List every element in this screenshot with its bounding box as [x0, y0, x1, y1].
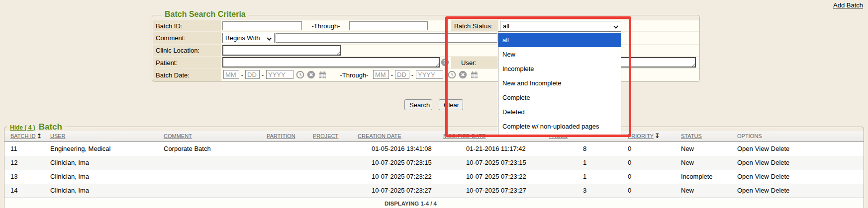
dropdown-option-complete-non-uploaded[interactable]: Complete w/ non-uploaded pages	[498, 119, 621, 134]
clinic-location-label: Clinic Location:	[153, 45, 221, 56]
cell-project	[312, 170, 357, 184]
cell-comment	[163, 156, 266, 170]
resize-grip-icon[interactable]	[335, 50, 340, 55]
cell-priority: 0	[627, 142, 680, 156]
column-header-creation-date[interactable]: CREATION DATE	[357, 131, 442, 141]
cell-status: New	[680, 184, 736, 198]
column-header-user[interactable]: USER	[49, 131, 163, 141]
view-batch-link[interactable]: View	[755, 159, 769, 166]
comment-operator-value: Begins With	[225, 34, 260, 42]
cell-partition	[266, 142, 312, 156]
batch-date-from-dd[interactable]	[245, 70, 260, 79]
column-header-priority[interactable]: PRIORITY↧	[627, 131, 680, 141]
cell-batch-id: 11	[4, 142, 49, 156]
date-dash: -	[410, 69, 414, 81]
cell-priority: 0	[627, 170, 680, 184]
clock-icon[interactable]	[296, 70, 304, 79]
column-header-comment[interactable]: COMMENT	[163, 131, 266, 141]
patient-input[interactable]	[224, 59, 434, 66]
cell-priority: 0	[627, 156, 680, 170]
clinic-location-box	[222, 45, 341, 56]
row-batch-id: Batch ID: -Through- Batch Status: all	[153, 20, 699, 31]
clear-button[interactable]: Clear	[439, 99, 463, 110]
batch-date-from-mm[interactable]	[223, 70, 239, 79]
column-header-status[interactable]: STATUS	[680, 131, 736, 141]
cell-partition	[266, 184, 312, 198]
batch-date-to-yyyy[interactable]	[416, 70, 443, 79]
delete-batch-link[interactable]: Delete	[771, 173, 790, 180]
cell-batch-id: 13	[4, 170, 49, 184]
batch-date-to-mm[interactable]	[373, 70, 389, 79]
batch-date-label: Batch Date:	[153, 69, 221, 81]
sort-desc-icon: ↧	[655, 133, 660, 139]
dropdown-option-complete[interactable]: Complete	[498, 90, 621, 105]
cell-pages: 3	[548, 184, 627, 198]
comment-input[interactable]	[276, 33, 497, 43]
cell-status: New	[680, 156, 736, 170]
batch-results-fieldset: Hide ( 4 ) Batch BATCH ID↥ USER COMMENT …	[4, 127, 864, 208]
calendar-icon[interactable]	[470, 70, 479, 79]
view-batch-link[interactable]: View	[755, 145, 769, 152]
cell-comment	[163, 184, 266, 198]
open-batch-link[interactable]: Open	[737, 145, 753, 152]
clock-icon[interactable]	[448, 70, 456, 79]
patient-box	[222, 57, 440, 68]
cell-batch-id: 12	[4, 156, 49, 170]
help-icon[interactable]: ?	[441, 58, 449, 67]
delete-batch-link[interactable]: Delete	[771, 145, 790, 152]
delete-batch-link[interactable]: Delete	[771, 159, 790, 166]
open-batch-link[interactable]: Open	[737, 187, 753, 194]
batch-search-fieldset: Batch Search Criteria Batch ID: -Through…	[152, 15, 700, 82]
cell-comment: Corporate Batch	[163, 142, 266, 156]
comment-label: Comment:	[153, 32, 221, 44]
resize-grip-icon[interactable]	[690, 62, 695, 67]
cell-pages: 8	[548, 142, 627, 156]
batch-status-select[interactable]: all	[500, 21, 621, 31]
date-dash: -	[261, 69, 265, 81]
clear-date-icon[interactable]	[459, 70, 467, 79]
cell-options: OpenViewDelete	[736, 170, 864, 184]
dropdown-option-new-and-incomplete[interactable]: New and Incomplete	[498, 76, 621, 90]
add-batch-link[interactable]: Add Batch	[833, 1, 863, 9]
batch-status-label: Batch Status:	[451, 20, 498, 31]
calendar-icon[interactable]	[318, 70, 327, 79]
batch-id-from-input[interactable]	[222, 21, 302, 30]
cell-project	[312, 156, 357, 170]
view-batch-link[interactable]: View	[755, 187, 769, 194]
cell-user: Engineering, Medical	[49, 142, 163, 156]
column-header-batch-id[interactable]: BATCH ID↥	[4, 131, 49, 141]
cell-user: Clinician, Ima	[49, 184, 163, 198]
cell-user: Clinician, Ima	[49, 170, 163, 184]
cell-status: Incomplete	[680, 170, 736, 184]
user-label: User:	[451, 57, 498, 69]
dropdown-option-new[interactable]: New	[498, 47, 621, 62]
results-legend: Hide ( 4 ) Batch	[7, 122, 65, 132]
comment-operator-select[interactable]: Begins With	[222, 33, 275, 43]
hide-results-link[interactable]: Hide ( 4 )	[10, 124, 35, 131]
table-row: 13 Clinician, Ima 10-07-2025 07:23:22 10…	[4, 170, 864, 184]
search-button[interactable]: Search	[404, 99, 432, 110]
open-batch-link[interactable]: Open	[737, 159, 753, 166]
batch-id-to-input[interactable]	[349, 21, 428, 30]
column-header-partition[interactable]: PARTITION	[266, 131, 312, 141]
view-batch-link[interactable]: View	[755, 173, 769, 180]
clinic-location-input[interactable]	[224, 47, 335, 54]
batch-date-from-yyyy[interactable]	[266, 70, 293, 79]
batch-id-label: Batch ID:	[153, 20, 221, 31]
batch-date-to-dd[interactable]	[395, 70, 409, 79]
results-title: Batch	[39, 122, 62, 132]
dropdown-option-incomplete[interactable]: Incomplete	[498, 62, 621, 76]
clear-date-icon[interactable]	[307, 70, 315, 79]
cell-batch-id: 14	[4, 184, 49, 198]
table-row: 12 Clinician, Ima 10-07-2025 07:23:15 10…	[4, 156, 864, 170]
open-batch-link[interactable]: Open	[737, 173, 753, 180]
cell-options: OpenViewDelete	[736, 156, 864, 170]
patient-label: Patient:	[153, 57, 221, 69]
resize-grip-icon[interactable]	[434, 62, 439, 67]
dropdown-option-all[interactable]: all	[498, 33, 621, 47]
dropdown-option-deleted[interactable]: Deleted	[498, 105, 621, 119]
column-header-project[interactable]: PROJECT	[312, 131, 357, 141]
delete-batch-link[interactable]: Delete	[771, 187, 790, 194]
cell-creation-date: 10-07-2025 07:23:22	[357, 170, 442, 184]
cell-modified-date: 10-07-2025 07:23:27	[442, 184, 548, 198]
